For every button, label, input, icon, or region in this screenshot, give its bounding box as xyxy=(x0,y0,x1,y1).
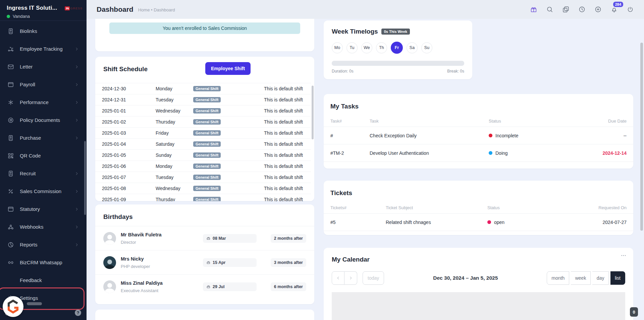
sidebar-item-letter[interactable]: Letter xyxy=(0,58,87,76)
shift-row: 2024-12-30MondayGeneral ShiftThis is def… xyxy=(95,83,311,94)
shift-row: 2025-01-03FridayGeneral ShiftThis is def… xyxy=(95,127,311,138)
help-icon[interactable]: ? xyxy=(75,310,81,316)
sidebar-item-statutory[interactable]: Statutory xyxy=(0,200,87,218)
person-role: Executive Assistant xyxy=(121,288,203,293)
my-tasks-title: My Tasks xyxy=(324,94,633,116)
sidebar-item-feedback[interactable]: Feedback xyxy=(0,271,87,289)
shift-date: 2025-01-03 xyxy=(102,130,156,136)
sidebar-item-biolinks[interactable]: Biolinks xyxy=(0,22,87,40)
birthday-date: 15 Apr xyxy=(213,260,225,265)
day-pill-th[interactable]: Th xyxy=(376,42,387,53)
calendar-today-button[interactable]: today xyxy=(363,271,384,285)
sidebar-drag-pill[interactable] xyxy=(27,302,42,305)
calendar-view-switcher: month week day list xyxy=(547,271,625,285)
shift-note: This is default shift xyxy=(257,152,303,158)
id-card-icon xyxy=(7,170,14,177)
shift-type-badge: General Shift xyxy=(193,152,221,158)
shift-table[interactable]: 2024-12-30MondayGeneral ShiftThis is def… xyxy=(95,83,311,201)
topbar-actions: 284 xyxy=(530,6,634,13)
day-pill-sa[interactable]: Sa xyxy=(407,42,418,53)
calendar-view-week[interactable]: week xyxy=(571,271,591,285)
sidebar-item-payroll[interactable]: Payroll xyxy=(0,76,87,93)
shift-day: Thursday xyxy=(156,197,193,201)
timelog-footer: Duration: 0s Break: 0s xyxy=(332,69,464,74)
sidebar-item-webhooks[interactable]: Webhooks xyxy=(0,218,87,236)
chevron-right-icon xyxy=(74,64,79,69)
search-icon[interactable] xyxy=(546,6,553,13)
day-pill-mo[interactable]: Mo xyxy=(332,42,343,53)
sidebar-item-recruit[interactable]: Recruit xyxy=(0,165,87,182)
sidebar-item-sales-commission[interactable]: Sales Commission xyxy=(0,182,87,200)
sidebar-item-reports[interactable]: Reports xyxy=(0,236,87,254)
sidebar-item-purchase[interactable]: Purchase xyxy=(0,129,87,147)
shift-row: 2025-01-05SundayGeneral ShiftThis is def… xyxy=(95,149,311,161)
shift-note: This is default shift xyxy=(257,86,303,91)
avatar xyxy=(103,256,116,269)
shift-row: 2025-01-09ThursdayGeneral ShiftThis is d… xyxy=(95,194,311,201)
sidebar-item-label: Sales Commission xyxy=(20,188,74,194)
pie-chart-icon xyxy=(7,241,14,248)
window-icon xyxy=(7,206,14,213)
debug-count-badge[interactable]: 0 xyxy=(630,307,638,317)
birthday-date-pill: 29 Jul xyxy=(203,282,257,291)
shift-table-scrollbar-thumb[interactable] xyxy=(312,86,314,139)
sidebar-item-label: Policy Documents xyxy=(20,117,74,123)
tickets-title: Tickets xyxy=(324,181,633,202)
person-name: Miss Zinal Paldiya xyxy=(121,280,203,286)
next-card-partial xyxy=(95,310,314,320)
shift-note: This is default shift xyxy=(257,141,303,147)
shift-type-badge: General Shift xyxy=(193,119,221,125)
person-role: Director xyxy=(121,240,203,245)
calendar-view-list-active[interactable]: list xyxy=(610,271,625,285)
shift-note: This is default shift xyxy=(257,119,303,125)
calendar-view-day[interactable]: day xyxy=(592,271,609,285)
logout-power-icon[interactable] xyxy=(627,6,634,13)
calendar-next-button[interactable] xyxy=(344,271,357,285)
calendar-menu-icon[interactable] xyxy=(621,253,627,260)
shift-day: Wednesday xyxy=(156,108,193,113)
task-name: Develop User Authentication xyxy=(370,150,489,156)
shift-date: 2025-01-04 xyxy=(102,141,156,147)
add-icon[interactable] xyxy=(594,6,602,13)
chevron-right-icon xyxy=(74,136,79,140)
day-pill-fr-selected[interactable]: Fr xyxy=(391,42,403,54)
shift-note: This is default shift xyxy=(257,164,303,169)
sidebar-item-qr-code[interactable]: QR Code xyxy=(0,147,87,165)
app-root: Ingress IT Soluti... Vandana IN GRESS Bi… xyxy=(0,0,644,320)
sidebar-item-bizcrm-whatsapp[interactable]: BizCRM Whatsapp xyxy=(0,254,87,271)
day-pill-we[interactable]: We xyxy=(361,42,372,53)
shift-type-badge: General Shift xyxy=(193,186,221,191)
day-pill-su[interactable]: Su xyxy=(421,42,432,53)
bizcrm-logo-badge[interactable] xyxy=(3,296,23,317)
clock-icon[interactable] xyxy=(578,6,586,13)
shift-day: Tuesday xyxy=(156,97,193,102)
sidebar-item-policy-documents[interactable]: Policy Documents xyxy=(0,111,87,129)
col-task-num: Task# xyxy=(330,119,370,124)
sidebar-item-label: Biolinks xyxy=(20,28,79,34)
notifications-bell-icon[interactable]: 284 xyxy=(610,6,618,13)
page-scrollbar-thumb[interactable] xyxy=(640,43,643,231)
col-ticket-subject: Ticket Subject xyxy=(386,205,487,210)
sidebar-scrollbar-thumb[interactable] xyxy=(84,141,86,215)
calendar-view-month[interactable]: month xyxy=(547,271,569,285)
percent-icon xyxy=(7,188,14,195)
birthday-person: Mrs NickyPHP developer xyxy=(121,256,203,269)
employee-shift-button[interactable]: Employee Shift xyxy=(205,62,251,75)
birthday-date-pill: 15 Apr xyxy=(203,258,257,267)
task-status: Doing xyxy=(489,150,583,156)
sidebar-item-label: Payroll xyxy=(20,82,74,87)
week-timelogs-title: Week Timelogs xyxy=(332,28,378,35)
sidebar-item-performance[interactable]: Performance xyxy=(0,93,87,111)
sparkle-icon xyxy=(7,99,14,106)
calendar-date-range: Dec 30, 2024 – Jan 5, 2025 xyxy=(384,275,547,281)
task-row: #TM-2 Develop User Authentication Doing … xyxy=(324,144,633,162)
calendar-prev-button[interactable] xyxy=(332,271,344,285)
calendar-body xyxy=(332,292,625,320)
sidebar-item-employee-tracking[interactable]: Employee Tracking xyxy=(0,40,87,58)
col-ticket-num: Tickets# xyxy=(330,205,386,210)
task-due: -- xyxy=(583,133,627,138)
notes-icon[interactable] xyxy=(562,6,570,13)
day-pill-tu[interactable]: Tu xyxy=(346,42,358,53)
gift-icon[interactable] xyxy=(530,6,537,13)
task-num: #TM-2 xyxy=(330,150,370,156)
